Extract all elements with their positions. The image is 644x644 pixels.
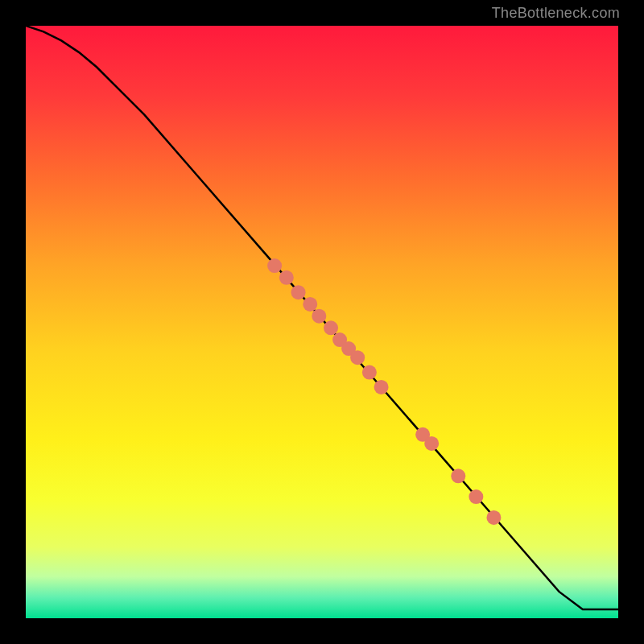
data-point xyxy=(469,489,483,504)
data-point xyxy=(291,285,306,299)
data-point xyxy=(303,297,317,312)
data-point xyxy=(451,469,465,483)
attribution-text: TheBottleneck.com xyxy=(492,5,620,22)
data-point xyxy=(350,350,365,365)
data-point xyxy=(486,510,501,525)
data-point xyxy=(267,258,282,273)
data-point xyxy=(279,270,294,285)
chart-plot xyxy=(26,26,618,618)
data-point xyxy=(324,320,338,335)
data-point xyxy=(374,380,389,394)
data-point xyxy=(312,309,326,324)
data-point xyxy=(362,365,377,380)
chart-container: TheBottleneck.com xyxy=(0,0,644,644)
data-point xyxy=(424,436,439,451)
